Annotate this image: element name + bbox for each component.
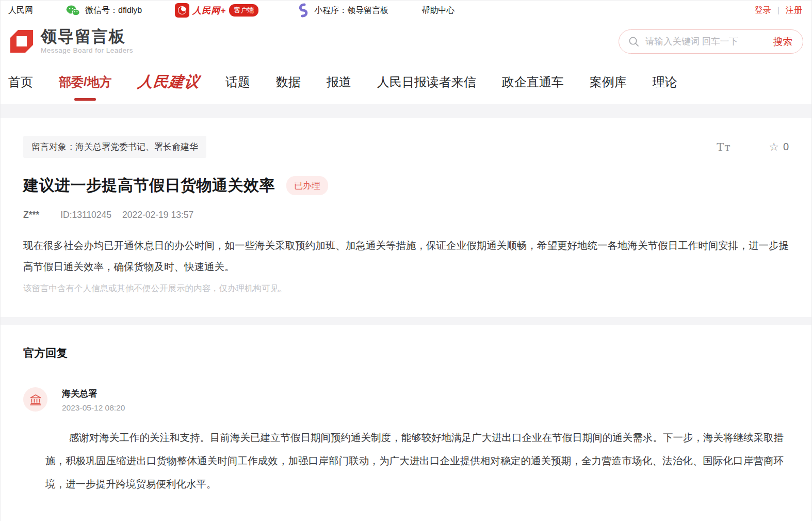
message-target-tag: 留言对象：海关总署党委书记、署长俞建华 xyxy=(23,136,206,158)
main-nav: 首页 部委/地方 人民建议 话题 数据 报道 人民日报读者来信 政企直通车 案例… xyxy=(1,62,811,104)
favorite-control[interactable]: ☆ 0 xyxy=(769,140,789,154)
site-link-peoples-daily[interactable]: 人民网 xyxy=(8,5,33,16)
reply-body: 感谢对海关工作的关注和支持。目前海关已建立节假日期间预约通关制度，能够较好地满足… xyxy=(45,426,784,496)
nav-item-reader-letters[interactable]: 人民日报读者来信 xyxy=(377,69,476,98)
nav-item-topics[interactable]: 话题 xyxy=(225,69,250,98)
message-title-row: 建议进一步提高节假日货物通关效率 已办理 xyxy=(23,175,789,196)
nav-item-peoples-suggestions[interactable]: 人民建议 xyxy=(136,67,201,100)
search-box: 搜索 xyxy=(619,29,803,54)
message-tag-row: 留言对象：海关总署党委书记、署长俞建华 Tт ☆ 0 xyxy=(23,136,789,158)
message-datetime: 2022-02-19 13:57 xyxy=(122,210,193,220)
wechat-label: 微信号：dfldlyb xyxy=(85,5,142,16)
miniprogram-icon xyxy=(297,3,309,18)
official-reply-section: 官方回复 海关总署 2023-05-12 08:20 感谢对海关工作的关注和支持… xyxy=(1,325,811,521)
logo-mark-icon xyxy=(8,28,35,55)
avatar xyxy=(23,387,47,412)
privacy-note: 该留言中含有个人信息或其他不便公开展示的内容，仅办理机构可见。 xyxy=(23,283,789,294)
search-input[interactable] xyxy=(645,36,773,47)
app-client-badge: 客户端 xyxy=(229,4,258,17)
reply-author-block: 海关总署 2023-05-12 08:20 xyxy=(62,387,125,413)
peoples-daily-app-name: 人民网+ xyxy=(192,5,226,17)
nav-item-ministries-local[interactable]: 部委/地方 xyxy=(59,69,112,98)
nav-item-reports[interactable]: 报道 xyxy=(327,69,351,98)
star-count: 0 xyxy=(783,141,789,153)
font-size-icon[interactable]: Tт xyxy=(717,140,730,154)
logo-subtitle: Message Board for Leaders xyxy=(41,46,133,54)
logo-title: 领导留言板 xyxy=(41,28,133,45)
page: 人民网 微信号：dfldlyb 人民网+ 客户端 xyxy=(0,0,812,521)
nav-item-data[interactable]: 数据 xyxy=(276,69,301,98)
message-detail-section: 留言对象：海关总署党委书记、署长俞建华 Tт ☆ 0 建议进一步提高节假日货物通… xyxy=(1,118,811,317)
auth-divider: | xyxy=(777,6,779,15)
divider-band xyxy=(1,317,811,325)
register-link[interactable]: 注册 xyxy=(786,5,802,16)
message-meta-row: Z*** ID:13110245 2022-02-19 13:57 xyxy=(23,210,789,220)
miniprogram-label: 小程序：领导留言板 xyxy=(314,5,388,16)
nav-item-home[interactable]: 首页 xyxy=(8,69,33,98)
search-icon xyxy=(628,36,639,47)
government-building-icon xyxy=(29,393,42,406)
logo-text: 领导留言板 Message Board for Leaders xyxy=(41,28,133,54)
miniprogram-info[interactable]: 小程序：领导留言板 xyxy=(297,3,388,18)
message-tools: Tт ☆ 0 xyxy=(717,140,789,154)
site-logo[interactable]: 领导留言板 Message Board for Leaders xyxy=(8,28,133,55)
wechat-info: 微信号：dfldlyb xyxy=(66,5,142,17)
reply-section-heading: 官方回复 xyxy=(23,345,789,360)
message-id: ID:13110245 xyxy=(60,210,111,220)
help-center-link[interactable]: 帮助中心 xyxy=(421,5,454,16)
site-link-label: 人民网 xyxy=(8,5,33,16)
status-badge: 已办理 xyxy=(286,176,328,195)
message-author: Z*** xyxy=(23,210,39,220)
divider-band xyxy=(1,104,811,118)
reply-header: 海关总署 2023-05-12 08:20 xyxy=(23,387,789,413)
nav-item-theory[interactable]: 理论 xyxy=(653,69,677,98)
nav-item-gov-enterprise[interactable]: 政企直通车 xyxy=(502,69,564,98)
search-button[interactable]: 搜索 xyxy=(773,35,792,48)
nav-item-case-library[interactable]: 案例库 xyxy=(590,69,627,98)
auth-links: 登录 | 注册 xyxy=(755,5,802,16)
peoples-daily-app[interactable]: 人民网+ 客户端 xyxy=(175,3,258,18)
site-header: 领导留言板 Message Board for Leaders 搜索 xyxy=(1,20,811,62)
reply-datetime: 2023-05-12 08:20 xyxy=(62,403,125,413)
message-title: 建议进一步提高节假日货物通关效率 xyxy=(23,175,275,196)
login-link[interactable]: 登录 xyxy=(755,5,771,16)
star-icon: ☆ xyxy=(769,140,779,154)
wechat-icon xyxy=(66,5,80,17)
help-center-label: 帮助中心 xyxy=(421,5,454,16)
message-body: 现在很多社会办均已开通休息日的办公时间，如一些海关采取预约加班、加急通关等措施，… xyxy=(23,235,789,277)
reply-agency-name: 海关总署 xyxy=(62,388,125,400)
top-utility-bar: 人民网 微信号：dfldlyb 人民网+ 客户端 xyxy=(1,1,811,20)
peoples-daily-app-icon xyxy=(175,3,189,18)
